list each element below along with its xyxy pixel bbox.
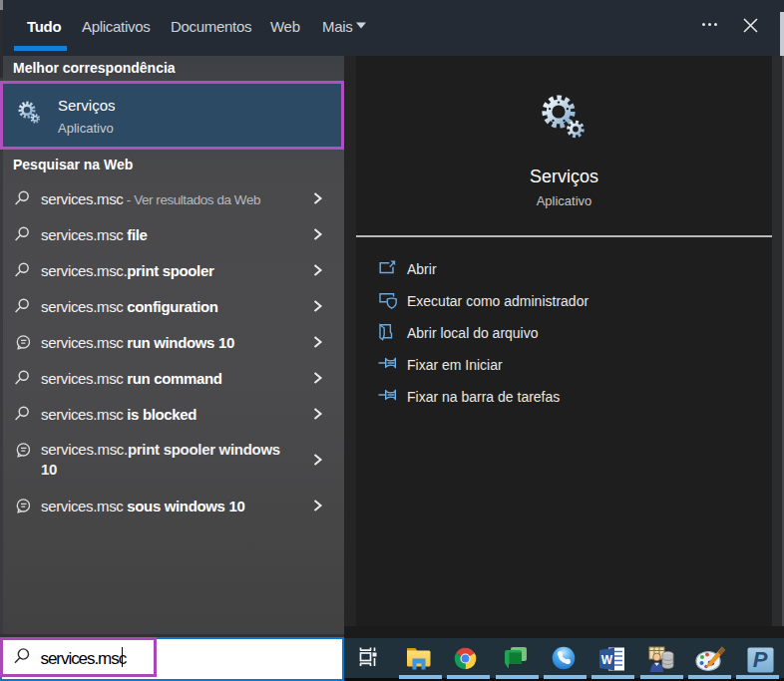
svg-text:W: W [601,653,613,667]
svg-text:P: P [753,647,768,672]
